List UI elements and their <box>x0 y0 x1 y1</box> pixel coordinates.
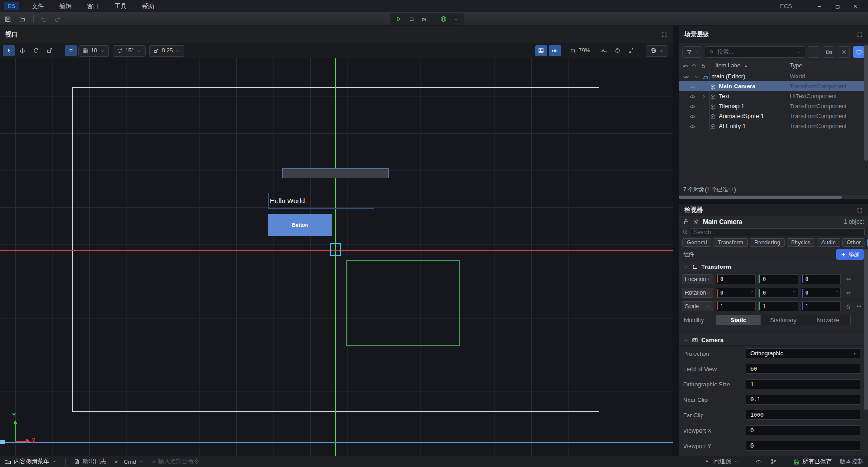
viewport-expand-icon[interactable] <box>661 31 667 38</box>
tab-transform[interactable]: Transform <box>713 238 748 247</box>
viewport-y-field[interactable]: 0 <box>746 441 860 451</box>
inspector-search-input[interactable] <box>691 228 865 236</box>
select-tool-button[interactable] <box>3 45 15 56</box>
hierarchy-row-ai-entity[interactable]: AI Entity 1 TransformComponent <box>679 121 868 131</box>
menu-tools[interactable]: 工具 <box>107 0 134 12</box>
far-clip-field[interactable]: 1000 <box>746 410 860 420</box>
star-column-icon[interactable] <box>691 62 697 69</box>
eye-icon[interactable] <box>689 93 696 100</box>
tab-other[interactable]: Other <box>842 238 865 247</box>
hierarchy-row-main-camera[interactable]: Main Camera TransformComponent <box>679 81 868 91</box>
gear-icon[interactable] <box>693 218 699 225</box>
rotation-z-field[interactable]: 0° <box>801 288 841 298</box>
tab-physics[interactable]: Physics <box>787 238 815 247</box>
rotation-x-field[interactable]: 0° <box>716 288 756 298</box>
undo-icon[interactable] <box>40 15 47 22</box>
grid-snap-dropdown[interactable]: 10 <box>78 45 109 57</box>
tab-rendering[interactable]: Rendering <box>750 238 785 247</box>
step-button[interactable] <box>421 15 428 23</box>
reset-view-button[interactable] <box>611 45 623 56</box>
close-button[interactable]: × <box>846 3 864 10</box>
column-type[interactable]: Type <box>790 62 802 69</box>
stats-button[interactable] <box>598 45 610 56</box>
menu-file[interactable]: 文件 <box>24 0 52 12</box>
hierarchy-row-text[interactable]: Text UITextComponent <box>679 91 868 101</box>
collider-outline[interactable] <box>346 260 460 346</box>
row-label[interactable]: Text <box>719 93 730 100</box>
display-mode-button[interactable] <box>853 46 865 58</box>
scale-snap-dropdown[interactable]: 0.25 <box>149 45 184 57</box>
save-status[interactable]: 所有已保存 <box>793 457 832 466</box>
hierarchy-row-world[interactable]: main (Editor) World <box>679 71 868 81</box>
filter-button[interactable] <box>682 46 702 58</box>
add-component-button[interactable]: 添加 <box>836 249 864 260</box>
location-dropdown[interactable]: Location <box>682 274 713 284</box>
viewport-x-field[interactable]: 0 <box>746 425 860 435</box>
menu-edit[interactable]: 编辑 <box>52 0 79 12</box>
scale-y-field[interactable]: 1 <box>758 301 798 311</box>
chevron-down-icon[interactable] <box>694 73 699 80</box>
version-control-button[interactable]: 版本控制 <box>840 457 863 466</box>
menu-window[interactable]: 窗口 <box>79 0 107 12</box>
scale-x-field[interactable]: 1 <box>716 301 756 311</box>
stop-button[interactable] <box>408 15 415 23</box>
add-entity-button[interactable] <box>808 46 820 58</box>
app-logo[interactable]: ES <box>4 2 19 10</box>
content-drawer-button[interactable]: 内容侧滑菜单 <box>5 457 57 466</box>
chevron-down-icon[interactable] <box>453 16 458 23</box>
console-command-input[interactable]: > 输入控制台命令 <box>152 457 199 466</box>
grid-toggle-button[interactable] <box>535 45 547 56</box>
hierarchy-horizontal-scrollbar[interactable] <box>679 195 868 199</box>
mobility-static-option[interactable]: Static <box>716 315 761 325</box>
mobility-movable-option[interactable]: Movable <box>806 315 850 325</box>
zoom-icon[interactable] <box>570 47 576 54</box>
link-axes-icon[interactable] <box>845 289 852 296</box>
hierarchy-row-tilemap[interactable]: Tilemap 1 TransformComponent <box>679 101 868 111</box>
eye-icon[interactable] <box>689 123 696 130</box>
scale-tool-button[interactable] <box>43 45 56 56</box>
eye-icon[interactable] <box>689 103 696 110</box>
redo-icon[interactable] <box>54 15 61 22</box>
rotation-dropdown[interactable]: Rotation <box>682 288 713 298</box>
rotate-tool-button[interactable] <box>30 45 42 56</box>
scale-dropdown[interactable]: Scale <box>682 301 713 311</box>
save-icon[interactable] <box>5 15 11 22</box>
tab-general[interactable]: General <box>682 238 711 247</box>
hierarchy-expand-icon[interactable] <box>857 31 863 38</box>
play-button[interactable] <box>395 15 402 23</box>
scale-z-field[interactable]: 1 <box>801 301 841 311</box>
snap-toggle-button[interactable] <box>65 45 77 56</box>
output-log-button[interactable]: 输出日志 <box>74 457 106 466</box>
link-axes-icon[interactable] <box>856 303 862 310</box>
transform-section-header[interactable]: Transform <box>679 261 868 272</box>
fit-view-button[interactable] <box>625 45 637 56</box>
selection-gizmo[interactable] <box>330 243 341 256</box>
scene-canvas[interactable]: Hello World Button Y X <box>0 58 673 456</box>
hierarchy-row-animatedsprite[interactable]: AnimatedSprite 1 TransformComponent <box>679 111 868 121</box>
zoom-level[interactable]: 79% <box>579 48 590 54</box>
text-object[interactable]: Hello World <box>268 193 374 209</box>
column-item-label[interactable]: Item Label <box>715 62 748 69</box>
button-object[interactable]: Button <box>268 214 332 236</box>
rotation-snap-dropdown[interactable]: 15° <box>113 45 146 57</box>
source-control-branch-icon[interactable] <box>770 458 777 465</box>
new-folder-button[interactable] <box>823 46 835 58</box>
mobility-stationary-option[interactable]: Stationary <box>761 315 806 325</box>
orthographic-size-field[interactable]: 1 <box>746 379 860 389</box>
tab-audio[interactable]: Audio <box>817 238 840 247</box>
move-tool-button[interactable] <box>16 45 28 56</box>
eye-icon[interactable] <box>689 113 696 120</box>
field-of-view-field[interactable]: 60 <box>746 364 860 374</box>
world-view-dropdown[interactable] <box>646 45 668 57</box>
eye-column-icon[interactable] <box>682 62 689 69</box>
projection-dropdown[interactable]: Orthographic▾ <box>746 348 860 358</box>
unlock-icon[interactable] <box>683 218 689 225</box>
eye-icon[interactable] <box>683 73 689 80</box>
network-status-icon[interactable] <box>755 458 762 465</box>
inspector-expand-icon[interactable] <box>857 206 863 213</box>
hierarchy-search[interactable] <box>705 46 805 58</box>
location-y-field[interactable]: 0 <box>758 274 798 284</box>
chevron-right-icon[interactable] <box>702 93 707 100</box>
location-z-field[interactable]: 0 <box>801 274 841 284</box>
world-globe-button[interactable] <box>440 15 447 23</box>
